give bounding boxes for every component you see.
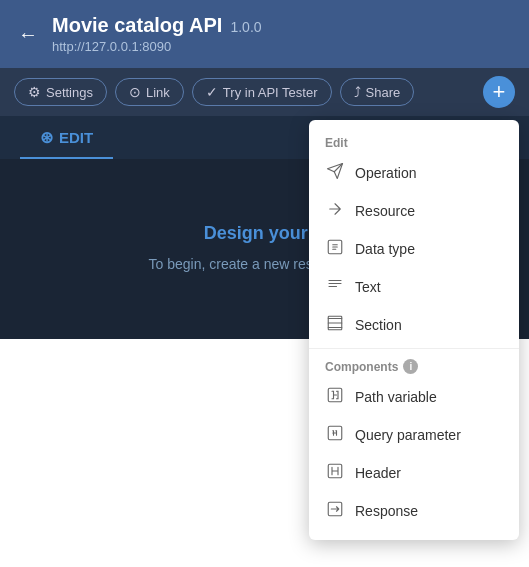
share-icon: ⤴ [354, 84, 361, 100]
menu-item-operation-label: Operation [355, 165, 416, 181]
components-section-label: Components i [309, 353, 519, 378]
menu-item-text[interactable]: Text [309, 268, 519, 306]
menu-item-query-parameter-label: Query parameter [355, 427, 461, 443]
data-type-icon [325, 238, 345, 260]
app-title: Movie catalog API [52, 14, 222, 37]
menu-item-resource-label: Resource [355, 203, 415, 219]
menu-item-operation[interactable]: Operation [309, 154, 519, 192]
app-header: ← Movie catalog API 1.0.0 http://127.0.0… [0, 0, 529, 68]
toolbar: ⚙ Settings ⊙ Link ✓ Try in API Tester ⤴ … [0, 68, 529, 116]
section-icon [325, 314, 345, 336]
response-icon [325, 500, 345, 522]
share-label: Share [366, 85, 401, 100]
app-title-group: Movie catalog API 1.0.0 [52, 14, 262, 37]
link-label: Link [146, 85, 170, 100]
try-label: Try in API Tester [223, 85, 318, 100]
menu-item-query-parameter[interactable]: Query parameter [309, 416, 519, 454]
add-icon: + [493, 81, 506, 103]
back-button[interactable]: ← [18, 24, 38, 44]
tab-edit[interactable]: ⊛ EDIT [20, 116, 113, 159]
dropdown-menu: Edit Operation Resource Data type Text S… [309, 120, 519, 540]
try-api-button[interactable]: ✓ Try in API Tester [192, 78, 332, 106]
header-icon [325, 462, 345, 484]
menu-item-response[interactable]: Response [309, 492, 519, 530]
settings-button[interactable]: ⚙ Settings [14, 78, 107, 106]
menu-item-data-type-label: Data type [355, 241, 415, 257]
operation-icon [325, 162, 345, 184]
menu-item-path-variable[interactable]: Path variable [309, 378, 519, 416]
text-icon [325, 276, 345, 298]
link-icon: ⊙ [129, 84, 141, 100]
menu-item-response-label: Response [355, 503, 418, 519]
info-icon: i [403, 359, 418, 374]
menu-item-path-variable-label: Path variable [355, 389, 437, 405]
gear-icon: ⚙ [28, 84, 41, 100]
menu-divider [309, 348, 519, 349]
add-button[interactable]: + [483, 76, 515, 108]
menu-item-section-label: Section [355, 317, 402, 333]
tab-edit-label: EDIT [59, 129, 93, 146]
design-title: Design your A [204, 223, 325, 244]
path-variable-icon [325, 386, 345, 408]
menu-item-section[interactable]: Section [309, 306, 519, 344]
menu-item-header[interactable]: Header [309, 454, 519, 492]
link-button[interactable]: ⊙ Link [115, 78, 184, 106]
menu-item-resource[interactable]: Resource [309, 192, 519, 230]
menu-item-header-label: Header [355, 465, 401, 481]
query-parameter-icon [325, 424, 345, 446]
menu-item-data-type[interactable]: Data type [309, 230, 519, 268]
play-icon: ✓ [206, 84, 218, 100]
app-url: http://127.0.0.1:8090 [52, 39, 262, 54]
resource-icon [325, 200, 345, 222]
edit-tab-icon: ⊛ [40, 128, 53, 147]
app-version: 1.0.0 [230, 19, 261, 35]
edit-section-label: Edit [309, 130, 519, 154]
menu-item-text-label: Text [355, 279, 381, 295]
settings-label: Settings [46, 85, 93, 100]
header-info: Movie catalog API 1.0.0 http://127.0.0.1… [52, 14, 262, 54]
share-button[interactable]: ⤴ Share [340, 78, 415, 106]
